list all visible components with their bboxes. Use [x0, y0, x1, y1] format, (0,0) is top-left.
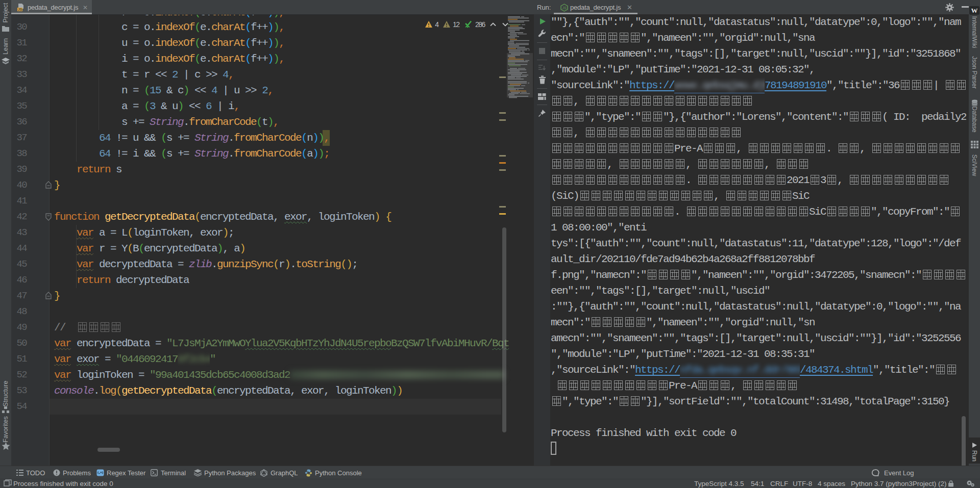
svg-text:JS: JS	[18, 8, 22, 11]
svg-text:JS: JS	[562, 6, 567, 10]
